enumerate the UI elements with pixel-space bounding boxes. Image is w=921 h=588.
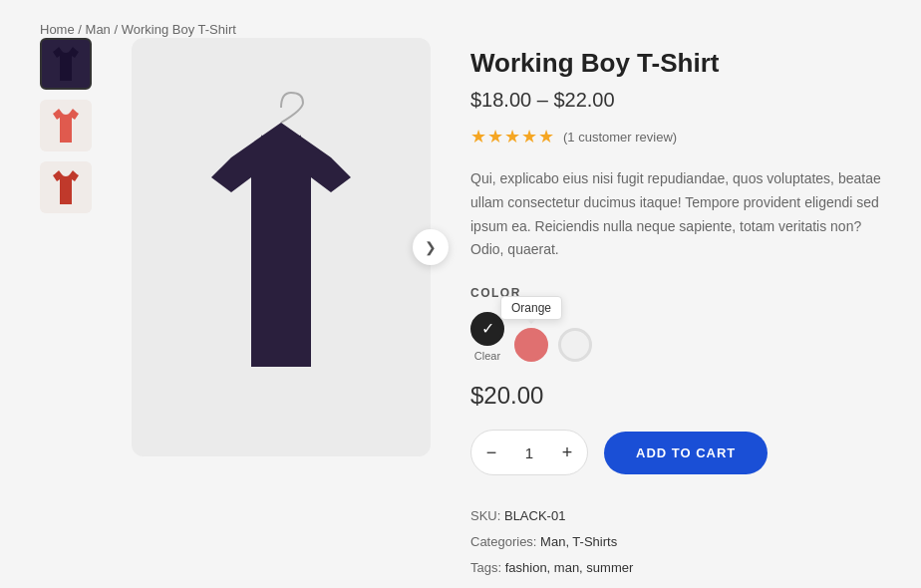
thumbnail-1[interactable] xyxy=(40,100,92,151)
tags-row: Tags: fashion, man, summer xyxy=(470,555,881,581)
swatch-group-orange: Orange xyxy=(514,328,548,362)
quantity-increase-button[interactable]: + xyxy=(547,431,587,474)
swatch-orange[interactable] xyxy=(514,328,548,362)
quantity-value: 1 xyxy=(511,444,547,461)
selected-price: $20.00 xyxy=(470,382,881,410)
swatch-orange-tooltip: Orange xyxy=(500,296,562,320)
product-details: Working Boy T-Shirt $18.00 – $22.00 ★★★★… xyxy=(470,38,881,581)
product-description: Qui, explicabo eius nisi fugit repudiand… xyxy=(470,167,881,262)
sku-value: BLACK-01 xyxy=(504,508,565,523)
review-count: (1 customer review) xyxy=(563,130,677,145)
swatch-black-label: Clear xyxy=(474,350,500,362)
product-meta: SKU: BLACK-01 Categories: Man, T-Shirts … xyxy=(470,503,881,581)
breadcrumb-current: Working Boy T-Shirt xyxy=(122,22,236,37)
star-rating: ★★★★★ xyxy=(470,126,555,147)
product-layout: ❯ Working Boy T-Shirt $18.00 – $22.00 ★★… xyxy=(40,38,881,581)
categories-value: Man, T-Shirts xyxy=(540,534,617,549)
thumbnail-2[interactable] xyxy=(40,161,92,213)
sku-row: SKU: BLACK-01 xyxy=(470,503,881,529)
swatch-white[interactable] xyxy=(558,328,592,362)
swatch-group-black: ✓ Clear xyxy=(470,312,504,362)
quantity-control: − 1 + xyxy=(470,430,588,475)
add-to-cart-button[interactable]: ADD TO CART xyxy=(604,432,768,474)
thumbnail-list xyxy=(40,38,92,213)
color-section: COLOR ✓ Clear Orange xyxy=(470,286,881,362)
quantity-cart-row: − 1 + ADD TO CART xyxy=(470,430,881,475)
quantity-decrease-button[interactable]: − xyxy=(471,431,511,474)
swatch-check: ✓ xyxy=(481,321,494,337)
rating-row: ★★★★★ (1 customer review) xyxy=(470,126,881,147)
product-title: Working Boy T-Shirt xyxy=(470,48,881,79)
color-swatches: ✓ Clear Orange xyxy=(470,312,881,362)
swatch-black[interactable]: ✓ xyxy=(470,312,504,346)
categories-row: Categories: Man, T-Shirts xyxy=(470,529,881,555)
main-product-image: ❯ xyxy=(132,38,431,456)
product-price-range: $18.00 – $22.00 xyxy=(470,89,881,112)
breadcrumb-home[interactable]: Home xyxy=(40,22,75,37)
tags-value: fashion, man, summer xyxy=(505,560,634,575)
breadcrumb: Home / Man / Working Boy T-Shirt xyxy=(40,20,881,38)
next-image-arrow[interactable]: ❯ xyxy=(413,229,449,265)
swatch-group-white xyxy=(558,328,592,362)
thumbnail-0[interactable] xyxy=(40,38,92,90)
breadcrumb-man[interactable]: Man xyxy=(86,22,111,37)
